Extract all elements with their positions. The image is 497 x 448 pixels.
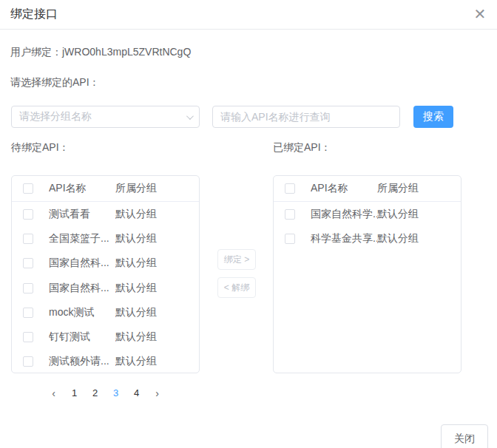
column-header-api-name: API名称: [311, 182, 377, 195]
unbound-table-body: 测试看看 默认分组 全国菜篮子... 默认分组 国家自然科... 默认分组: [12, 202, 199, 373]
column-header-api-name: API名称: [49, 182, 115, 195]
select-api-label: 请选择绑定的API：: [10, 76, 100, 89]
page-3-active[interactable]: 3: [106, 385, 126, 401]
group-cell: 默认分组: [115, 355, 199, 368]
group-cell: 默认分组: [115, 257, 199, 270]
row-checkbox[interactable]: [23, 332, 33, 342]
search-button[interactable]: 搜索: [413, 106, 453, 128]
table-row[interactable]: 国家自然科学... 默认分组: [274, 202, 461, 226]
api-name-cell: 钉钉测试: [49, 330, 115, 344]
api-name-cell: 国家自然科...: [49, 282, 115, 295]
table-row[interactable]: mock测试 默认分组: [12, 300, 199, 325]
api-name-cell: 科学基金共享...: [311, 232, 377, 245]
close-button[interactable]: 关闭: [441, 424, 488, 448]
bound-api-label: 已绑定API：: [273, 141, 331, 155]
user-binding-label: 用户绑定：: [10, 46, 62, 58]
row-checkbox[interactable]: [23, 283, 33, 293]
select-all-checkbox[interactable]: [23, 183, 33, 194]
page-4[interactable]: 4: [126, 385, 147, 401]
page-1[interactable]: 1: [64, 385, 85, 401]
table-row[interactable]: 国家自然科... 默认分组: [12, 276, 199, 300]
row-checkbox[interactable]: [285, 234, 295, 244]
page-2[interactable]: 2: [85, 385, 106, 401]
table-header-row: API名称 所属分组: [12, 176, 199, 202]
api-name-cell: 测试额外请...: [49, 355, 115, 368]
api-name-cell: 国家自然科...: [49, 257, 115, 270]
bind-interface-dialog: 绑定接口 ✕ 用户绑定：jWRO0hL3mpL5ZVRtNCgQ 请选择绑定的A…: [0, 0, 497, 448]
unbound-api-table: API名称 所属分组 测试看看 默认分组 全国菜篮子... 默认分组: [11, 175, 200, 373]
row-checkbox[interactable]: [23, 209, 33, 220]
bound-api-table: API名称 所属分组 国家自然科学... 默认分组 科学基金共享... 默认分组: [273, 175, 462, 373]
row-checkbox[interactable]: [23, 234, 33, 244]
group-cell: 默认分组: [115, 232, 199, 245]
group-cell: 默认分组: [115, 330, 199, 344]
column-header-group: 所属分组: [377, 182, 461, 195]
pagination: ‹ 1 2 3 4 ›: [11, 385, 200, 401]
column-header-group: 所属分组: [115, 182, 199, 195]
select-all-checkbox[interactable]: [285, 183, 295, 194]
group-cell: 默认分组: [377, 232, 461, 245]
dialog-title: 绑定接口: [10, 7, 58, 22]
row-checkbox[interactable]: [23, 356, 33, 367]
chevron-down-icon: [186, 112, 194, 120]
api-name-input[interactable]: [212, 106, 400, 128]
row-checkbox[interactable]: [285, 209, 295, 220]
table-row[interactable]: 测试额外请... 默认分组: [12, 350, 199, 373]
group-cell: 默认分组: [115, 208, 199, 221]
table-row[interactable]: 科学基金共享... 默认分组: [274, 226, 461, 251]
bound-table-body: 国家自然科学... 默认分组 科学基金共享... 默认分组: [274, 202, 461, 251]
user-binding-line: 用户绑定：jWRO0hL3mpL5ZVRtNCgQ: [10, 46, 191, 59]
table-header-row: API名称 所属分组: [274, 176, 461, 202]
group-select-placeholder: 请选择分组名称: [19, 110, 186, 123]
group-cell: 默认分组: [377, 208, 461, 221]
dialog-header: 绑定接口 ✕: [0, 0, 497, 30]
user-binding-value: jWRO0hL3mpL5ZVRtNCgQ: [62, 46, 191, 58]
row-checkbox[interactable]: [23, 308, 33, 318]
next-page-icon[interactable]: ›: [147, 385, 168, 401]
table-row[interactable]: 全国菜篮子... 默认分组: [12, 226, 199, 251]
prev-page-icon[interactable]: ‹: [44, 385, 64, 401]
close-icon[interactable]: ✕: [472, 6, 488, 22]
group-select[interactable]: 请选择分组名称: [11, 106, 200, 128]
bind-button[interactable]: 绑定 >: [217, 249, 256, 270]
api-name-cell: mock测试: [49, 306, 115, 319]
table-row[interactable]: 钉钉测试 默认分组: [12, 325, 199, 349]
table-row[interactable]: 国家自然科... 默认分组: [12, 251, 199, 276]
api-name-cell: 国家自然科学...: [311, 208, 377, 221]
group-cell: 默认分组: [115, 282, 199, 295]
unbound-api-label: 待绑定API：: [11, 141, 70, 155]
group-cell: 默认分组: [115, 306, 199, 319]
unbind-button[interactable]: < 解绑: [217, 277, 256, 298]
api-name-cell: 测试看看: [49, 208, 115, 221]
row-checkbox[interactable]: [23, 258, 33, 268]
api-name-cell: 全国菜篮子...: [49, 232, 115, 245]
table-row[interactable]: 测试看看 默认分组: [12, 202, 199, 226]
